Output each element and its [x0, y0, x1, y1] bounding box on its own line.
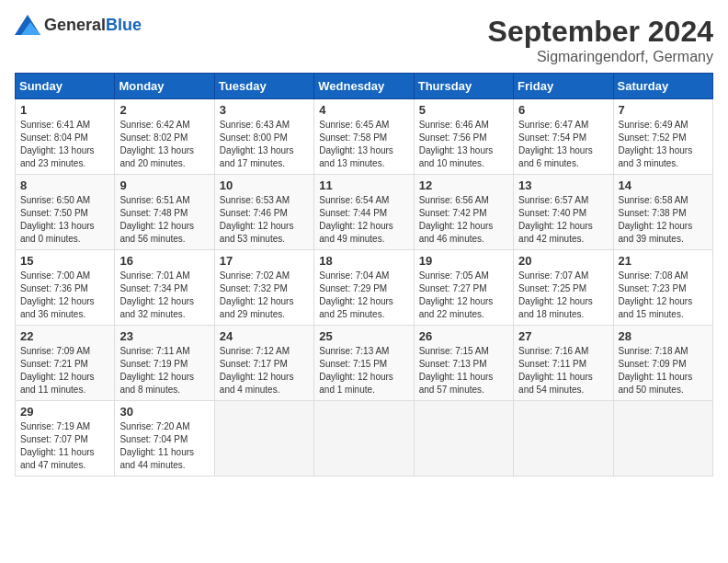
calendar-week-row: 15Sunrise: 7:00 AM Sunset: 7:36 PM Dayli… — [16, 250, 713, 326]
day-number: 17 — [220, 254, 309, 268]
calendar-week-row: 22Sunrise: 7:09 AM Sunset: 7:21 PM Dayli… — [16, 326, 713, 401]
day-number: 22 — [20, 329, 109, 343]
day-number: 2 — [119, 103, 209, 117]
day-info: Sunrise: 6:50 AM Sunset: 7:50 PM Dayligh… — [20, 194, 109, 246]
day-info: Sunrise: 6:41 AM Sunset: 8:04 PM Dayligh… — [20, 119, 109, 170]
calendar-cell: 6Sunrise: 6:47 AM Sunset: 7:54 PM Daylig… — [514, 99, 613, 175]
day-number: 15 — [20, 254, 109, 268]
calendar-cell: 11Sunrise: 6:54 AM Sunset: 7:44 PM Dayli… — [314, 175, 414, 250]
day-number: 25 — [319, 329, 408, 343]
calendar-week-row: 8Sunrise: 6:50 AM Sunset: 7:50 PM Daylig… — [16, 175, 713, 250]
day-info: Sunrise: 6:58 AM Sunset: 7:38 PM Dayligh… — [619, 194, 708, 246]
day-info: Sunrise: 7:18 AM Sunset: 7:09 PM Dayligh… — [619, 345, 708, 396]
day-info: Sunrise: 7:19 AM Sunset: 7:07 PM Dayligh… — [20, 420, 109, 472]
day-number: 7 — [619, 103, 708, 117]
calendar-cell: 10Sunrise: 6:53 AM Sunset: 7:46 PM Dayli… — [214, 175, 313, 250]
day-number: 3 — [220, 103, 309, 117]
day-info: Sunrise: 6:56 AM Sunset: 7:42 PM Dayligh… — [419, 194, 508, 246]
day-info: Sunrise: 6:45 AM Sunset: 7:58 PM Dayligh… — [319, 119, 408, 170]
calendar-cell: 12Sunrise: 6:56 AM Sunset: 7:42 PM Dayli… — [414, 175, 513, 250]
day-number: 19 — [419, 254, 508, 268]
calendar-week-row: 1Sunrise: 6:41 AM Sunset: 8:04 PM Daylig… — [16, 99, 713, 175]
logo-text-blue: Blue — [106, 16, 142, 34]
logo-text-general: General — [44, 16, 106, 34]
calendar-cell: 28Sunrise: 7:18 AM Sunset: 7:09 PM Dayli… — [613, 326, 712, 401]
calendar-cell — [414, 401, 513, 477]
day-info: Sunrise: 6:47 AM Sunset: 7:54 PM Dayligh… — [518, 119, 608, 170]
calendar-cell: 20Sunrise: 7:07 AM Sunset: 7:25 PM Dayli… — [514, 250, 613, 326]
calendar-cell: 23Sunrise: 7:11 AM Sunset: 7:19 PM Dayli… — [115, 326, 214, 401]
calendar-cell: 21Sunrise: 7:08 AM Sunset: 7:23 PM Dayli… — [613, 250, 712, 326]
calendar-body: 1Sunrise: 6:41 AM Sunset: 8:04 PM Daylig… — [16, 99, 713, 477]
calendar-cell: 5Sunrise: 6:46 AM Sunset: 7:56 PM Daylig… — [414, 99, 513, 175]
day-info: Sunrise: 7:11 AM Sunset: 7:19 PM Dayligh… — [119, 345, 209, 396]
day-info: Sunrise: 7:02 AM Sunset: 7:32 PM Dayligh… — [220, 270, 309, 321]
calendar-cell: 15Sunrise: 7:00 AM Sunset: 7:36 PM Dayli… — [16, 250, 115, 326]
calendar-cell: 14Sunrise: 6:58 AM Sunset: 7:38 PM Dayli… — [613, 175, 712, 250]
day-info: Sunrise: 7:00 AM Sunset: 7:36 PM Dayligh… — [20, 270, 109, 321]
calendar-header-cell: Wednesday — [314, 74, 414, 99]
day-number: 10 — [220, 178, 309, 192]
day-number: 12 — [419, 178, 508, 192]
day-info: Sunrise: 6:43 AM Sunset: 8:00 PM Dayligh… — [220, 119, 309, 170]
day-number: 8 — [20, 178, 109, 192]
day-number: 30 — [119, 405, 209, 419]
calendar-header-row: SundayMondayTuesdayWednesdayThursdayFrid… — [16, 74, 713, 99]
day-info: Sunrise: 7:20 AM Sunset: 7:04 PM Dayligh… — [119, 420, 209, 472]
day-number: 28 — [619, 329, 708, 343]
calendar-cell: 4Sunrise: 6:45 AM Sunset: 7:58 PM Daylig… — [314, 99, 414, 175]
calendar-cell: 3Sunrise: 6:43 AM Sunset: 8:00 PM Daylig… — [214, 99, 313, 175]
day-info: Sunrise: 7:12 AM Sunset: 7:17 PM Dayligh… — [220, 345, 309, 396]
calendar-cell: 2Sunrise: 6:42 AM Sunset: 8:02 PM Daylig… — [115, 99, 214, 175]
calendar-cell: 16Sunrise: 7:01 AM Sunset: 7:34 PM Dayli… — [115, 250, 214, 326]
calendar-header-cell: Thursday — [414, 74, 513, 99]
calendar-cell: 29Sunrise: 7:19 AM Sunset: 7:07 PM Dayli… — [16, 401, 115, 477]
day-number: 4 — [319, 103, 408, 117]
logo-icon — [15, 15, 40, 35]
calendar-header-cell: Saturday — [613, 74, 712, 99]
calendar-cell: 17Sunrise: 7:02 AM Sunset: 7:32 PM Dayli… — [214, 250, 313, 326]
calendar-header-cell: Tuesday — [214, 74, 313, 99]
calendar-cell: 27Sunrise: 7:16 AM Sunset: 7:11 PM Dayli… — [514, 326, 613, 401]
day-number: 24 — [220, 329, 309, 343]
calendar-cell: 18Sunrise: 7:04 AM Sunset: 7:29 PM Dayli… — [314, 250, 414, 326]
day-number: 20 — [518, 254, 608, 268]
day-number: 11 — [319, 178, 408, 192]
day-info: Sunrise: 7:09 AM Sunset: 7:21 PM Dayligh… — [20, 345, 109, 396]
calendar-cell: 7Sunrise: 6:49 AM Sunset: 7:52 PM Daylig… — [613, 99, 712, 175]
calendar-cell: 24Sunrise: 7:12 AM Sunset: 7:17 PM Dayli… — [214, 326, 313, 401]
day-info: Sunrise: 7:15 AM Sunset: 7:13 PM Dayligh… — [419, 345, 508, 396]
calendar-cell: 30Sunrise: 7:20 AM Sunset: 7:04 PM Dayli… — [115, 401, 214, 477]
day-info: Sunrise: 7:08 AM Sunset: 7:23 PM Dayligh… — [619, 270, 708, 321]
day-info: Sunrise: 7:07 AM Sunset: 7:25 PM Dayligh… — [518, 270, 608, 321]
day-number: 13 — [518, 178, 608, 192]
day-info: Sunrise: 7:05 AM Sunset: 7:27 PM Dayligh… — [419, 270, 508, 321]
day-info: Sunrise: 6:42 AM Sunset: 8:02 PM Dayligh… — [119, 119, 209, 170]
logo: GeneralBlue — [15, 15, 142, 35]
day-info: Sunrise: 7:13 AM Sunset: 7:15 PM Dayligh… — [319, 345, 408, 396]
day-info: Sunrise: 7:16 AM Sunset: 7:11 PM Dayligh… — [518, 345, 608, 396]
calendar-cell: 13Sunrise: 6:57 AM Sunset: 7:40 PM Dayli… — [514, 175, 613, 250]
day-number: 27 — [518, 329, 608, 343]
calendar-header-cell: Friday — [514, 74, 613, 99]
calendar-cell: 9Sunrise: 6:51 AM Sunset: 7:48 PM Daylig… — [115, 175, 214, 250]
calendar-header-cell: Sunday — [16, 74, 115, 99]
day-number: 14 — [619, 178, 708, 192]
location-title: Sigmaringendorf, Germany — [488, 49, 713, 65]
day-number: 26 — [419, 329, 508, 343]
calendar-cell: 22Sunrise: 7:09 AM Sunset: 7:21 PM Dayli… — [16, 326, 115, 401]
day-info: Sunrise: 6:53 AM Sunset: 7:46 PM Dayligh… — [220, 194, 309, 246]
calendar-cell: 19Sunrise: 7:05 AM Sunset: 7:27 PM Dayli… — [414, 250, 513, 326]
day-number: 5 — [419, 103, 508, 117]
title-block: September 2024 Sigmaringendorf, Germany — [488, 15, 713, 65]
calendar-cell: 25Sunrise: 7:13 AM Sunset: 7:15 PM Dayli… — [314, 326, 414, 401]
day-info: Sunrise: 7:04 AM Sunset: 7:29 PM Dayligh… — [319, 270, 408, 321]
day-number: 18 — [319, 254, 408, 268]
day-number: 16 — [119, 254, 209, 268]
calendar-cell: 8Sunrise: 6:50 AM Sunset: 7:50 PM Daylig… — [16, 175, 115, 250]
day-number: 23 — [119, 329, 209, 343]
day-info: Sunrise: 6:51 AM Sunset: 7:48 PM Dayligh… — [119, 194, 209, 246]
day-number: 29 — [20, 405, 109, 419]
calendar-table: SundayMondayTuesdayWednesdayThursdayFrid… — [15, 73, 713, 477]
calendar-cell: 26Sunrise: 7:15 AM Sunset: 7:13 PM Dayli… — [414, 326, 513, 401]
